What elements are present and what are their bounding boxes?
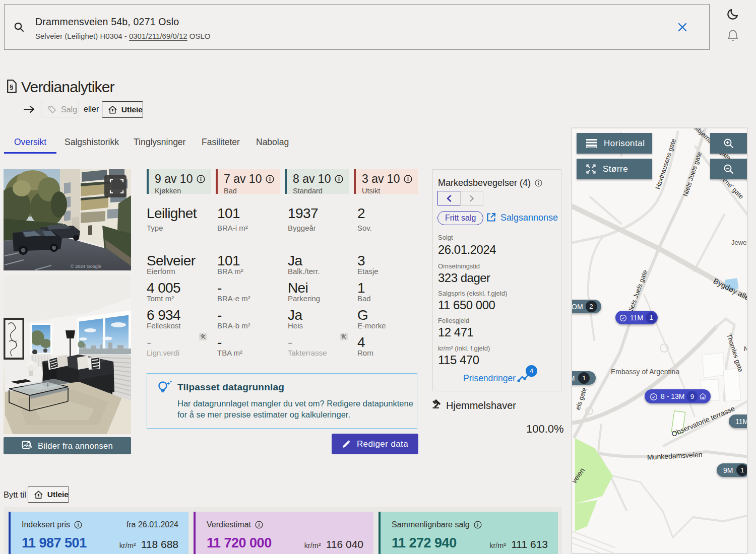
- svg-text:Embassy of Argentina: Embassy of Argentina: [611, 368, 679, 376]
- svg-text:§: §: [10, 83, 13, 91]
- svg-text:© 2024 Google: © 2024 Google: [71, 264, 101, 269]
- svg-text:Jewel o: Jewel o: [731, 239, 748, 246]
- svg-text:N: N: [744, 345, 748, 353]
